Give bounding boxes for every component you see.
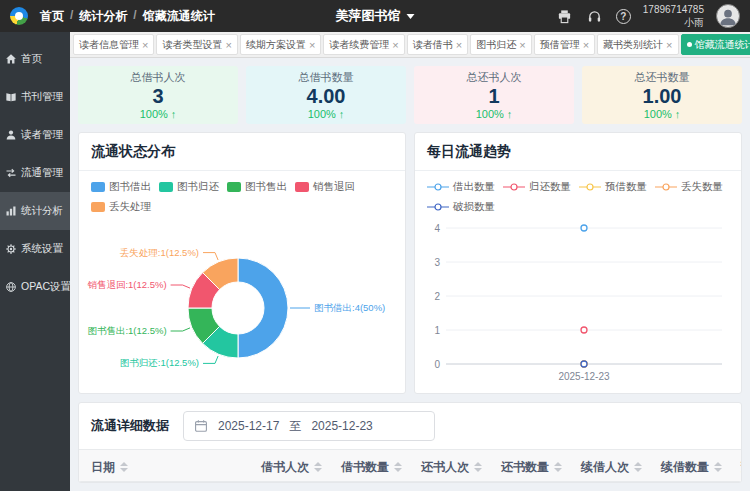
avatar[interactable] bbox=[716, 4, 740, 28]
legend-item[interactable]: 归还数量 bbox=[503, 180, 571, 194]
breadcrumb: 首页 / 统计分析 / 馆藏流通统计 bbox=[40, 8, 215, 25]
data-point[interactable] bbox=[581, 225, 587, 231]
topbar: 首页 / 统计分析 / 馆藏流通统计 美萍图书馆 ? 17896714785 小… bbox=[0, 0, 750, 32]
breadcrumb-item-stats[interactable]: 统计分析 bbox=[79, 8, 127, 25]
panel-title: 流通状态分布 bbox=[79, 133, 405, 171]
table-column-header[interactable]: 续借数量 bbox=[649, 450, 729, 482]
stat-change: 100%↑ bbox=[308, 108, 345, 120]
tab-label: 读者借书 bbox=[413, 38, 453, 52]
up-arrow-icon: ↑ bbox=[339, 108, 345, 120]
breadcrumb-separator: / bbox=[70, 8, 73, 25]
tab-close-icon[interactable]: × bbox=[666, 39, 672, 51]
sidebar-item-gear[interactable]: 系统设置 bbox=[0, 230, 70, 268]
help-icon[interactable]: ? bbox=[616, 9, 631, 24]
tab-8[interactable]: 藏书类别统计× bbox=[597, 34, 678, 55]
sidebar-item-stats[interactable]: 统计分析 bbox=[0, 192, 70, 230]
tab-1[interactable]: 读者信息管理× bbox=[73, 34, 154, 55]
pie-label-line bbox=[171, 328, 190, 331]
table-column-header[interactable]: 预借人次 bbox=[729, 450, 741, 482]
app-body: 首页书刊管理读者管理流通管理统计分析系统设置OPAC设置 读者信息管理×读者类型… bbox=[0, 32, 750, 491]
tab-9[interactable]: 馆藏流通统计× bbox=[681, 34, 750, 55]
chevron-down-icon bbox=[407, 14, 415, 19]
breadcrumb-separator: / bbox=[133, 8, 136, 25]
tab-close-icon[interactable]: × bbox=[309, 39, 315, 51]
line-legend: 借出数量归还数量预借数量丢失数量破损数量 bbox=[415, 171, 741, 216]
legend-item[interactable]: 丢失处理 bbox=[91, 200, 151, 214]
table-column-header[interactable]: 还书人次 bbox=[409, 450, 489, 482]
date-range-picker[interactable]: 2025-12-17 至 2025-12-23 bbox=[183, 411, 435, 441]
data-point[interactable] bbox=[581, 327, 587, 333]
date-from[interactable]: 2025-12-17 bbox=[218, 419, 279, 433]
tab-close-icon[interactable]: × bbox=[225, 39, 231, 51]
sidebar-item-home[interactable]: 首页 bbox=[0, 40, 70, 78]
legend-item[interactable]: 预借数量 bbox=[579, 180, 647, 194]
table-column-header[interactable]: 还书数量 bbox=[489, 450, 569, 482]
stat-value: 3 bbox=[152, 86, 163, 107]
sort-caret-icons[interactable] bbox=[394, 462, 402, 472]
sort-caret-icons[interactable] bbox=[554, 462, 562, 472]
stat-value: 1.00 bbox=[643, 86, 682, 107]
tab-7[interactable]: 预借管理× bbox=[534, 34, 595, 55]
tab-label: 馆藏流通统计 bbox=[695, 38, 750, 52]
breadcrumb-item-home[interactable]: 首页 bbox=[40, 8, 64, 25]
tab-4[interactable]: 读者续费管理× bbox=[323, 34, 404, 55]
detail-data-panel: 流通详细数据 2025-12-17 至 2025-12-23 日期借书人次借书数… bbox=[78, 402, 742, 483]
pie-slice-label: 图书借出:4(50%) bbox=[314, 302, 385, 313]
sidebar-item-book[interactable]: 书刊管理 bbox=[0, 78, 70, 116]
table-column-header[interactable]: 续借人次 bbox=[569, 450, 649, 482]
pie-label-line bbox=[171, 285, 190, 288]
sidebar-item-globe[interactable]: OPAC设置 bbox=[0, 268, 70, 306]
up-arrow-icon: ↑ bbox=[171, 108, 177, 120]
sort-caret-icons[interactable] bbox=[314, 462, 322, 472]
tab-bar: 读者信息管理×读者类型设置×续期方案设置×读者续费管理×读者借书×图书归还×预借… bbox=[70, 32, 750, 58]
sort-caret-icons[interactable] bbox=[474, 462, 482, 472]
pie-label-line bbox=[203, 253, 218, 260]
legend-item[interactable]: 破损数量 bbox=[427, 200, 495, 214]
tab-6[interactable]: 图书归还× bbox=[470, 34, 531, 55]
table-column-header[interactable]: 日期 bbox=[79, 450, 249, 482]
sidebar-item-label: OPAC设置 bbox=[21, 280, 70, 294]
pie-slice[interactable] bbox=[238, 258, 288, 358]
tab-label: 读者续费管理 bbox=[329, 38, 389, 52]
stat-card-return-people: 总还书人次 1 100%↑ bbox=[414, 66, 574, 124]
tab-3[interactable]: 续期方案设置× bbox=[240, 34, 321, 55]
legend-label: 借出数量 bbox=[453, 180, 495, 194]
sort-caret-icons[interactable] bbox=[714, 462, 722, 472]
legend-item[interactable]: 图书借出 bbox=[91, 180, 151, 194]
pie-slice-label: 销售退回:1(12.5%) bbox=[87, 279, 166, 290]
library-selector[interactable]: 美萍图书馆 bbox=[336, 7, 415, 25]
sidebar-item-reader[interactable]: 读者管理 bbox=[0, 116, 70, 154]
tab-close-icon[interactable]: × bbox=[142, 39, 148, 51]
legend-item[interactable]: 图书售出 bbox=[227, 180, 287, 194]
tab-close-icon[interactable]: × bbox=[456, 39, 462, 51]
person-icon bbox=[717, 5, 739, 27]
stat-title: 总借书数量 bbox=[299, 70, 354, 85]
sidebar-item-circulation[interactable]: 流通管理 bbox=[0, 154, 70, 192]
data-point[interactable] bbox=[581, 361, 587, 367]
line-chart: 012342025-12-23 bbox=[416, 216, 740, 392]
sort-caret-icons[interactable] bbox=[120, 462, 128, 472]
legend-item[interactable]: 丢失数量 bbox=[655, 180, 723, 194]
table-column-header[interactable]: 借书数量 bbox=[329, 450, 409, 482]
tab-close-icon[interactable]: × bbox=[519, 39, 525, 51]
tab-label: 续期方案设置 bbox=[246, 38, 306, 52]
printer-icon[interactable] bbox=[556, 7, 574, 25]
y-tick-label: 4 bbox=[434, 223, 440, 234]
tab-close-icon[interactable]: × bbox=[392, 39, 398, 51]
table-column-header[interactable]: 借书人次 bbox=[249, 450, 329, 482]
stat-value: 4.00 bbox=[307, 86, 346, 107]
stat-change: 100%↑ bbox=[476, 108, 513, 120]
tab-2[interactable]: 读者类型设置× bbox=[156, 34, 237, 55]
support-headset-icon[interactable] bbox=[586, 7, 604, 25]
line-series-marker-icon bbox=[579, 182, 601, 192]
sidebar-item-label: 统计分析 bbox=[21, 204, 63, 218]
legend-item[interactable]: 图书归还 bbox=[159, 180, 219, 194]
date-to[interactable]: 2025-12-23 bbox=[311, 419, 372, 433]
library-name: 美萍图书馆 bbox=[336, 7, 401, 25]
legend-item[interactable]: 销售退回 bbox=[295, 180, 355, 194]
tab-5[interactable]: 读者借书× bbox=[407, 34, 468, 55]
tab-close-icon[interactable]: × bbox=[583, 39, 589, 51]
legend-item[interactable]: 借出数量 bbox=[427, 180, 495, 194]
sort-caret-icons[interactable] bbox=[634, 462, 642, 472]
sidebar-item-label: 系统设置 bbox=[21, 242, 63, 256]
